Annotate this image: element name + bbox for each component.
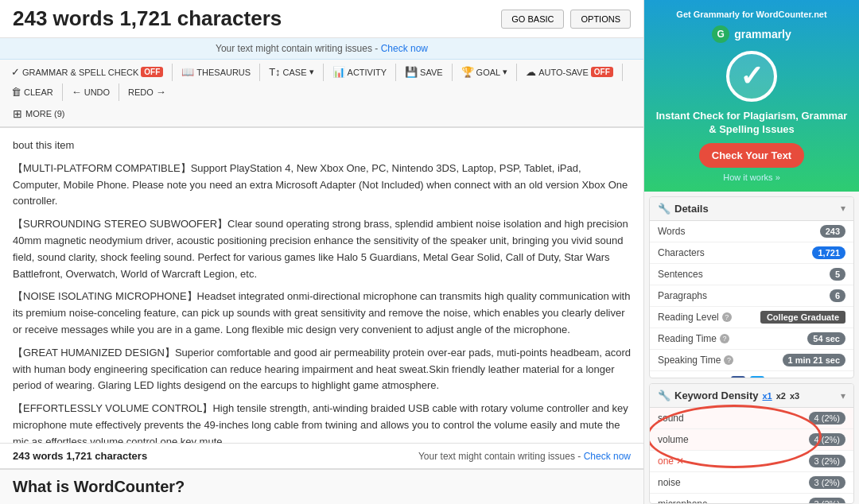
activity-button[interactable]: 📊 ACTIVITY (328, 63, 392, 81)
goal-button[interactable]: 🏆 GOAL▾ (457, 63, 513, 81)
word-count-title: 243 words 1,721 characters (13, 6, 282, 31)
paragraph-1: bout this item (13, 138, 631, 154)
reading-level-label: Reading Level ? (658, 312, 732, 323)
keyword-microphone-value: 3 (2%) (809, 498, 845, 504)
keyword-header: 🔧 Keyword Density x1 x2 x3 ▾ (650, 384, 853, 408)
options-button[interactable]: OPTIONS (570, 10, 631, 29)
case-button[interactable]: T↕ CASE▾ (264, 63, 318, 81)
keyword-volume-value: 4 (2%) (809, 433, 845, 446)
sentences-row: Sentences 5 (650, 264, 853, 285)
right-panel: Get Grammarly for WordCounter.net G gram… (644, 0, 859, 504)
grammarly-brand-name: grammarly (734, 28, 791, 41)
keyword-chevron-icon[interactable]: ▾ (841, 390, 845, 401)
share-toggle[interactable] (658, 378, 680, 378)
autosave-button[interactable]: ☁ AUTO-SAVE OFF (521, 63, 618, 81)
redo-icon: → (156, 86, 166, 98)
checkmark-icon: ✓ (11, 66, 20, 78)
sentences-value: 5 (830, 268, 845, 281)
keyword-volume: volume (658, 434, 689, 445)
more-button[interactable]: ⊞ MORE (9) (6, 104, 72, 123)
undo-button[interactable]: ← UNDO (67, 83, 115, 101)
cloud-icon: ☁ (526, 66, 536, 78)
kw-x2-button[interactable]: x2 (776, 391, 786, 401)
text-icon: T↕ (269, 66, 280, 78)
words-row: Words 243 (650, 221, 853, 242)
bottom-section: What is WordCounter? (0, 468, 643, 504)
reading-time-label: Reading Time ? (658, 333, 729, 344)
keyword-sound-value: 4 (2%) (809, 412, 845, 425)
kw-x1-button[interactable]: x1 (762, 391, 772, 401)
toolbar: ✓ GRAMMAR & SPELL CHECK OFF 📖 THESAURUS … (0, 60, 643, 128)
toolbar-separator (259, 64, 260, 81)
wrench-icon: 🔧 (658, 203, 670, 215)
redo-button[interactable]: REDO → (123, 83, 171, 101)
check-now-link[interactable]: Check now (381, 43, 428, 54)
speaking-time-label: Speaking Time ? (658, 355, 733, 366)
keyword-noise-value: 3 (2%) (809, 476, 845, 489)
undo-icon: ← (72, 86, 82, 98)
keyword-row-noise: noise 3 (2%) (650, 472, 853, 494)
paragraph-4: 【NOISE ISOLATING MICROPHONE】Headset inte… (13, 289, 631, 338)
facebook-share-icon[interactable]: f (731, 376, 745, 378)
toolbar-separator (172, 64, 173, 81)
paragraph-3: 【SURROUNDING STEREO SUBWOOFER】Clear soun… (13, 216, 631, 282)
reading-level-row: Reading Level ? College Graduate (650, 307, 853, 328)
toolbar-separator (622, 64, 623, 81)
grammarly-tagline: Instant Check for Plagiarism, Grammar & … (654, 110, 849, 137)
toolbar-separator (62, 83, 63, 101)
grammar-spell-check-button[interactable]: ✓ GRAMMAR & SPELL CHECK OFF (6, 63, 168, 81)
check-circle: ✓ (726, 51, 777, 102)
keyword-row-one: one ✕ 3 (2%) (650, 451, 853, 472)
what-is-wordcounter-title: What is WordCounter? (13, 478, 185, 495)
footer-check-now-link[interactable]: Check now (584, 451, 631, 462)
toolbar-separator (516, 64, 517, 81)
speaking-time-info-icon[interactable]: ? (724, 355, 733, 365)
speaking-time-value: 1 min 21 sec (783, 354, 845, 366)
grammarly-ad: Get Grammarly for WordCounter.net G gram… (644, 0, 859, 192)
paragraphs-value: 6 (830, 289, 845, 302)
reading-level-info-icon[interactable]: ? (722, 312, 732, 322)
paragraph-2: 【MULTI-PLATFORM COMPATIBLE】Support PlayS… (13, 161, 631, 210)
stats-header: 243 words 1,721 characters GO BASIC OPTI… (0, 0, 643, 38)
toolbar-separator (452, 64, 453, 81)
details-chevron-icon[interactable]: ▾ (841, 203, 845, 214)
keyword-sound: sound (658, 413, 684, 424)
keyword-title: 🔧 Keyword Density x1 x2 x3 (658, 390, 799, 401)
details-section: 🔧 Details ▾ Words 243 Characters 1,721 S… (649, 196, 854, 378)
thesaurus-button[interactable]: 📖 THESAURUS (177, 63, 255, 81)
ad-title: Get Grammarly for WordCounter.net (654, 10, 849, 19)
paragraph-5: 【GREAT HUMANIZED DESIGN】Superior comfort… (13, 345, 631, 394)
grammarly-cta-button[interactable]: Check Your Text (699, 143, 804, 168)
how-it-works-link[interactable]: How it works » (654, 173, 849, 182)
book-icon: 📖 (181, 66, 194, 78)
text-content-area[interactable]: bout this item 【MULTI-PLATFORM COMPATIBL… (0, 128, 643, 443)
keyword-density-section: 🔧 Keyword Density x1 x2 x3 ▾ sound 4 (2%… (649, 383, 854, 504)
twitter-share-icon[interactable]: t (750, 376, 764, 378)
toolbar-separator (119, 83, 119, 101)
keyword-noise: noise (658, 477, 681, 488)
keyword-rows-container: sound 4 (2%) volume 4 (2%) one ✕ 3 (2%) (650, 408, 853, 472)
share-row: More (12) f t Share (650, 371, 853, 378)
keyword-row-microphone: microphone 3 (2%) (650, 494, 853, 504)
go-basic-button[interactable]: GO BASIC (501, 10, 564, 29)
clear-button[interactable]: 🗑 CLEAR (6, 83, 58, 101)
characters-label: Characters (658, 247, 705, 258)
paragraph-6: 【EFFORTLESSLY VOLUME CONTROL】High tensil… (13, 401, 631, 443)
wrench-icon-2: 🔧 (658, 390, 670, 401)
footer-issues: Your text might contain writing issues -… (418, 451, 631, 462)
speaking-time-row: Speaking Time ? 1 min 21 sec (650, 350, 853, 371)
grammarly-logo: G grammarly (654, 25, 849, 43)
save-button[interactable]: 💾 SAVE (400, 63, 448, 81)
words-label: Words (658, 226, 685, 237)
sentences-label: Sentences (658, 269, 703, 280)
kw-x3-button[interactable]: x3 (790, 391, 799, 401)
reading-time-info-icon[interactable]: ? (720, 334, 729, 343)
reading-time-row: Reading Time ? 54 sec (650, 328, 853, 350)
save-icon: 💾 (405, 66, 418, 78)
footer-word-count: 243 words 1,721 characters (13, 450, 147, 462)
toolbar-separator (323, 64, 324, 81)
paragraphs-label: Paragraphs (658, 290, 707, 301)
keyword-row-volume: volume 4 (2%) (650, 429, 853, 451)
details-header: 🔧 Details ▾ (650, 197, 853, 221)
keyword-microphone: microphone (658, 498, 708, 504)
